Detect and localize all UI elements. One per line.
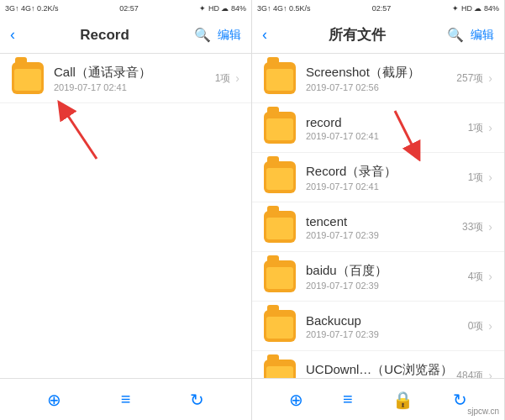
right-file-item-screenshot[interactable]: Screenshot（截屏） 2019-07-17 02:56 257项 ›: [252, 54, 504, 103]
right-file-name-screenshot: Screenshot（截屏）: [306, 65, 456, 81]
right-file-count-ucdownl: 484项: [456, 369, 483, 379]
right-edit-button[interactable]: 编辑: [471, 28, 494, 43]
right-search-icon[interactable]: 🔍: [447, 27, 464, 43]
svg-line-1: [63, 108, 97, 159]
left-search-icon[interactable]: 🔍: [194, 27, 211, 43]
right-file-count-screenshot: 257项: [456, 71, 483, 86]
right-back-button[interactable]: ‹: [262, 26, 267, 44]
right-file-item-tencent[interactable]: tencent 2019-07-17 02:39 33项 ›: [252, 202, 504, 252]
right-file-date-backucup: 2019-07-17 02:39: [306, 329, 468, 339]
right-chevron-backucup: ›: [488, 319, 492, 333]
right-file-info-screenshot: Screenshot（截屏） 2019-07-17 02:56: [306, 65, 456, 92]
left-file-name-call: Call（通话录音）: [54, 65, 215, 81]
right-battery-text: ✦ HD ☁ 84%: [452, 4, 499, 13]
right-file-date-baidu: 2019-07-17 02:39: [306, 281, 468, 291]
left-file-list: Call（通话录音） 2019-07-17 02:41 1项 ›: [0, 54, 251, 378]
right-red-arrow: [387, 107, 437, 165]
right-file-date-screenshot: 2019-07-17 02:56: [306, 82, 456, 92]
right-folder-icon-record-lower: [264, 112, 296, 144]
right-chevron-ucdownl: ›: [488, 369, 492, 378]
right-signal-text: 3G↑ 4G↑ 0.5K/s: [257, 4, 311, 13]
right-file-name-tencent: tencent: [306, 214, 462, 228]
right-folder-icon-inner-backucup: [266, 317, 293, 339]
right-file-count-tencent: 33项: [462, 220, 483, 234]
left-status-bar: 3G↑ 4G↑ 0.2K/s 02:57 ✦ HD ☁ 84%: [0, 0, 251, 17]
right-file-info-ucdownl: UCDownl…（UC浏览器） 2019-07-17 02:39: [306, 362, 456, 379]
right-file-date-record-upper: 2019-07-17 02:41: [306, 181, 468, 192]
right-folder-icon-inner-record-lower: [266, 118, 293, 140]
left-panel: 3G↑ 4G↑ 0.2K/s 02:57 ✦ HD ☁ 84% ‹ Record…: [0, 0, 252, 420]
left-file-item-call[interactable]: Call（通话录音） 2019-07-17 02:41 1项 ›: [0, 54, 251, 103]
right-record-wrapper: Record（录音） 2019-07-17 02:41 1项 ›: [252, 153, 504, 202]
left-file-item-wrapper: Call（通话录音） 2019-07-17 02:41 1项 ›: [0, 54, 251, 103]
right-folder-icon-inner-screenshot: [266, 69, 293, 91]
right-chevron-screenshot: ›: [488, 71, 492, 85]
left-nav-actions: 🔍 编辑: [194, 27, 241, 43]
right-folder-icon-inner-record-upper: [266, 168, 293, 190]
right-file-info-baidu: baidu（百度） 2019-07-17 02:39: [306, 263, 468, 291]
right-file-item-record-lower[interactable]: record 2019-07-17 02:41 1项 ›: [252, 103, 504, 153]
right-chevron-tencent: ›: [488, 220, 492, 234]
right-lock-icon[interactable]: 🔒: [392, 390, 413, 410]
left-edit-button[interactable]: 编辑: [218, 28, 241, 43]
left-file-date-call: 2019-07-17 02:41: [54, 82, 215, 92]
left-file-info-call: Call（通话录音） 2019-07-17 02:41: [54, 65, 215, 92]
right-file-count-record-lower: 1项: [468, 121, 484, 135]
watermark: sjpcw.cn: [465, 406, 502, 417]
right-file-info-tencent: tencent 2019-07-17 02:39: [306, 214, 462, 240]
svg-line-3: [395, 111, 416, 153]
left-signal-text: 3G↑ 4G↑ 0.2K/s: [5, 4, 59, 13]
right-chevron-record-upper: ›: [488, 171, 492, 184]
left-bottom-bar: ⊕ ≡ ↻: [0, 378, 251, 420]
right-folder-icon-inner-ucdownl: [266, 366, 293, 378]
left-add-icon[interactable]: ⊕: [47, 390, 61, 410]
right-folder-icon-record-upper: [264, 161, 296, 193]
left-file-count-call: 1项: [215, 71, 231, 86]
right-file-count-backucup: 0项: [468, 319, 484, 333]
left-nav-bar: ‹ Record 🔍 编辑: [0, 17, 251, 54]
right-nav-actions: 🔍 编辑: [447, 27, 494, 43]
right-list-icon[interactable]: ≡: [343, 390, 353, 409]
right-file-info-record-upper: Record（录音） 2019-07-17 02:41: [306, 164, 468, 192]
left-nav-title: Record: [80, 27, 129, 44]
right-status-right: ✦ HD ☁ 84%: [452, 4, 499, 13]
left-list-icon[interactable]: ≡: [121, 390, 131, 409]
right-file-name-ucdownl: UCDownl…（UC浏览器）: [306, 362, 456, 378]
right-file-name-backucup: Backucup: [306, 313, 468, 328]
left-status-time: 02:57: [119, 4, 139, 13]
right-file-item-ucdownl[interactable]: UCDownl…（UC浏览器） 2019-07-17 02:39 484项 ›: [252, 351, 504, 378]
right-chevron-baidu: ›: [488, 270, 492, 283]
right-folder-icon-inner-baidu: [266, 267, 293, 289]
right-file-list: Screenshot（截屏） 2019-07-17 02:56 257项 › r…: [252, 54, 504, 378]
right-chevron-record-lower: ›: [488, 121, 492, 134]
right-file-item-backucup[interactable]: Backucup 2019-07-17 02:39 0项 ›: [252, 302, 504, 351]
left-battery-text: ✦ HD ☁ 84%: [199, 4, 246, 13]
right-file-item-record-upper[interactable]: Record（录音） 2019-07-17 02:41 1项 ›: [252, 153, 504, 202]
left-folder-icon-inner: [14, 69, 41, 91]
right-file-count-record-upper: 1项: [468, 171, 484, 185]
right-folder-icon-tencent: [264, 211, 296, 243]
right-file-count-baidu: 4项: [468, 270, 484, 284]
right-nav-title: 所有文件: [329, 25, 386, 45]
left-folder-icon-call: [12, 62, 44, 94]
right-file-info-backucup: Backucup 2019-07-17 02:39: [306, 313, 468, 339]
right-folder-icon-backucup: [264, 310, 296, 342]
right-folder-icon-inner-tencent: [266, 218, 293, 239]
left-back-button[interactable]: ‹: [10, 26, 15, 44]
right-add-icon[interactable]: ⊕: [289, 390, 303, 410]
right-file-name-record-upper: Record（录音）: [306, 164, 468, 180]
right-file-date-tencent: 2019-07-17 02:39: [306, 230, 462, 240]
right-status-bar: 3G↑ 4G↑ 0.5K/s 02:57 ✦ HD ☁ 84%: [252, 0, 504, 17]
right-status-time: 02:57: [372, 4, 392, 13]
left-status-right: ✦ HD ☁ 84%: [199, 4, 246, 13]
right-file-name-baidu: baidu（百度）: [306, 263, 468, 279]
right-folder-icon-ucdownl: [264, 360, 296, 378]
right-nav-bar: ‹ 所有文件 🔍 编辑: [252, 17, 504, 54]
right-panel: 3G↑ 4G↑ 0.5K/s 02:57 ✦ HD ☁ 84% ‹ 所有文件 🔍…: [252, 0, 505, 420]
right-file-item-baidu[interactable]: baidu（百度） 2019-07-17 02:39 4项 ›: [252, 252, 504, 302]
left-chevron-call: ›: [235, 71, 239, 85]
right-status-left: 3G↑ 4G↑ 0.5K/s: [257, 4, 311, 13]
left-status-left: 3G↑ 4G↑ 0.2K/s: [5, 4, 59, 13]
left-refresh-icon[interactable]: ↻: [190, 390, 204, 410]
right-folder-icon-screenshot: [264, 62, 296, 94]
